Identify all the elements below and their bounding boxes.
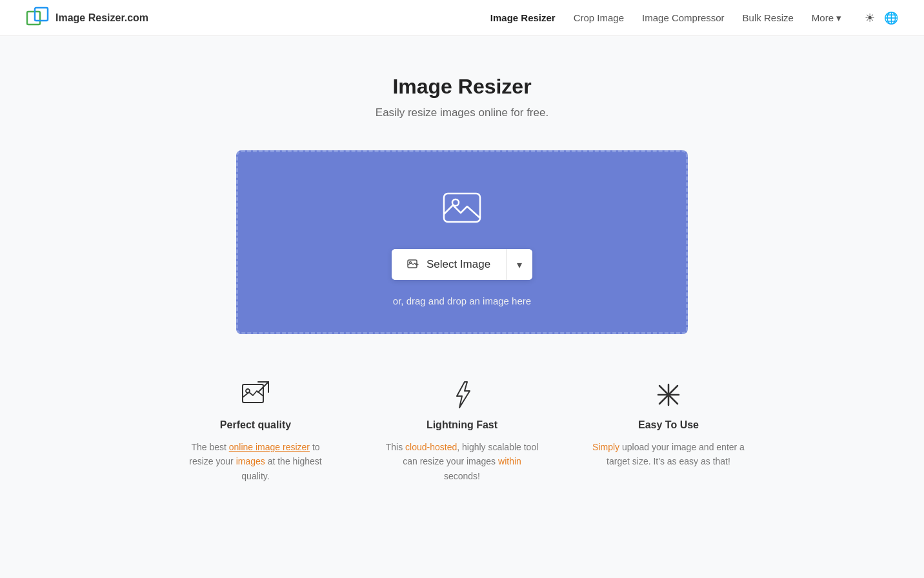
main-content: Image Resizer Easily resize images onlin… <box>0 36 924 522</box>
main-nav: Image Resizer Crop Image Image Compresso… <box>490 11 898 25</box>
nav-bulk-resize[interactable]: Bulk Resize <box>743 12 794 23</box>
page-title: Image Resizer <box>392 75 531 99</box>
fast-icon <box>447 379 477 410</box>
quality-title: Perfect quality <box>220 419 291 431</box>
theme-toggle-button[interactable]: ☀ <box>865 11 875 25</box>
logo-text: Image Resizer.com <box>55 12 148 24</box>
fast-highlight-2: within <box>498 456 521 466</box>
upload-area[interactable]: Select Image ▾ or, drag and drop an imag… <box>236 150 688 334</box>
header: Image Resizer.com Image Resizer Crop Ima… <box>0 0 924 36</box>
nav-image-compressor[interactable]: Image Compressor <box>642 12 725 23</box>
easy-icon <box>653 379 684 410</box>
nav-more-label: More <box>812 12 834 23</box>
image-placeholder-icon <box>439 184 485 234</box>
image-select-icon <box>407 258 420 271</box>
fast-title: Lightning Fast <box>427 419 497 431</box>
feature-fast: Lightning Fast This cloud-hosted, highly… <box>385 379 539 483</box>
logo-area[interactable]: Image Resizer.com <box>26 6 148 30</box>
fast-highlight-1: cloud-hosted <box>405 442 457 452</box>
logo-icon <box>26 6 49 30</box>
nav-crop-image[interactable]: Crop Image <box>574 12 624 23</box>
select-image-button[interactable]: Select Image <box>392 249 507 280</box>
quality-icon <box>240 379 271 410</box>
features-section: Perfect quality The best online image re… <box>172 379 752 483</box>
dropdown-chevron-icon: ▾ <box>517 259 522 271</box>
fast-desc: This cloud-hosted, highly scalable tool … <box>385 440 539 483</box>
chevron-down-icon: ▾ <box>836 12 841 24</box>
quality-highlight-2: images <box>236 456 265 466</box>
language-icon: 🌐 <box>884 11 898 25</box>
page-subtitle: Easily resize images online for free. <box>376 106 548 119</box>
nav-more-button[interactable]: More ▾ <box>812 12 841 24</box>
select-image-button-group[interactable]: Select Image ▾ <box>392 249 532 280</box>
quality-desc: The best online image resizer to resize … <box>178 440 333 483</box>
quality-highlight-1: online image resizer <box>229 442 310 452</box>
language-button[interactable]: 🌐 <box>884 11 898 25</box>
easy-title: Easy To Use <box>638 419 699 431</box>
nav-image-resizer[interactable]: Image Resizer <box>490 12 556 23</box>
easy-highlight-1: Simply <box>592 442 619 452</box>
easy-desc: Simply upload your image and enter a tar… <box>591 440 746 469</box>
feature-easy: Easy To Use Simply upload your image and… <box>591 379 746 469</box>
svg-rect-0 <box>27 12 40 25</box>
feature-quality: Perfect quality The best online image re… <box>178 379 333 483</box>
drag-drop-text: or, drag and drop an image here <box>393 295 531 306</box>
theme-toggle-icon: ☀ <box>865 11 875 25</box>
select-dropdown-button[interactable]: ▾ <box>507 249 532 280</box>
select-image-label: Select Image <box>427 258 490 271</box>
svg-rect-1 <box>35 8 48 21</box>
nav-icons: ☀ 🌐 <box>865 11 898 25</box>
